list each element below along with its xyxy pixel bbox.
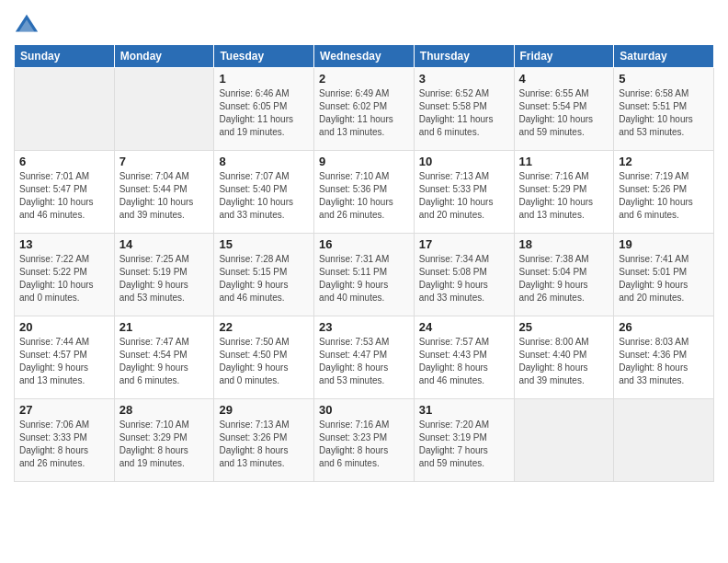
calendar-cell: 6Sunrise: 7:01 AM Sunset: 5:47 PM Daylig… [15,151,115,234]
calendar-cell [15,68,115,151]
day-info: Sunrise: 7:28 AM Sunset: 5:15 PM Dayligh… [219,253,309,304]
calendar-cell: 20Sunrise: 7:44 AM Sunset: 4:57 PM Dayli… [15,316,115,399]
day-number: 23 [319,320,409,334]
week-row-0: 1Sunrise: 6:46 AM Sunset: 6:05 PM Daylig… [15,68,714,151]
day-number: 13 [19,237,109,251]
page-header [14,9,714,39]
day-number: 17 [419,237,509,251]
day-number: 21 [119,320,210,334]
day-info: Sunrise: 7:25 AM Sunset: 5:19 PM Dayligh… [119,253,210,304]
calendar-cell: 18Sunrise: 7:38 AM Sunset: 5:04 PM Dayli… [514,234,614,316]
calendar-cell: 16Sunrise: 7:31 AM Sunset: 5:11 PM Dayli… [314,234,415,316]
day-number: 9 [319,155,409,168]
day-info: Sunrise: 6:46 AM Sunset: 6:05 PM Dayligh… [219,87,309,139]
calendar-cell: 14Sunrise: 7:25 AM Sunset: 5:19 PM Dayli… [114,234,214,316]
calendar-cell: 13Sunrise: 7:22 AM Sunset: 5:22 PM Dayli… [15,234,115,316]
day-info: Sunrise: 7:16 AM Sunset: 5:29 PM Dayligh… [519,170,609,222]
day-info: Sunrise: 7:31 AM Sunset: 5:11 PM Dayligh… [319,253,409,304]
day-number: 25 [519,320,609,334]
day-info: Sunrise: 7:41 AM Sunset: 5:01 PM Dayligh… [619,253,709,304]
calendar-body: 1Sunrise: 6:46 AM Sunset: 6:05 PM Daylig… [15,68,714,482]
day-info: Sunrise: 7:38 AM Sunset: 5:04 PM Dayligh… [519,253,609,304]
day-number: 2 [319,72,409,86]
day-info: Sunrise: 7:04 AM Sunset: 5:44 PM Dayligh… [119,170,210,222]
calendar-cell [614,399,714,482]
calendar-cell: 27Sunrise: 7:06 AM Sunset: 3:33 PM Dayli… [15,399,115,482]
day-number: 28 [119,403,210,417]
day-number: 16 [319,237,409,251]
calendar-cell: 15Sunrise: 7:28 AM Sunset: 5:15 PM Dayli… [214,234,314,316]
day-info: Sunrise: 7:16 AM Sunset: 3:23 PM Dayligh… [319,419,409,470]
day-info: Sunrise: 8:00 AM Sunset: 4:40 PM Dayligh… [519,336,609,387]
col-header-saturday: Saturday [614,45,714,68]
day-info: Sunrise: 7:06 AM Sunset: 3:33 PM Dayligh… [19,419,109,470]
calendar-table: SundayMondayTuesdayWednesdayThursdayFrid… [14,44,714,482]
calendar-cell: 3Sunrise: 6:52 AM Sunset: 5:58 PM Daylig… [414,68,514,151]
day-info: Sunrise: 7:07 AM Sunset: 5:40 PM Dayligh… [219,170,309,222]
day-info: Sunrise: 7:01 AM Sunset: 5:47 PM Dayligh… [19,170,109,222]
calendar-cell: 2Sunrise: 6:49 AM Sunset: 6:02 PM Daylig… [314,68,415,151]
calendar-cell: 21Sunrise: 7:47 AM Sunset: 4:54 PM Dayli… [114,316,214,399]
day-number: 30 [319,403,409,417]
header-row: SundayMondayTuesdayWednesdayThursdayFrid… [15,45,714,68]
day-info: Sunrise: 7:10 AM Sunset: 3:29 PM Dayligh… [119,419,210,470]
calendar-cell: 23Sunrise: 7:53 AM Sunset: 4:47 PM Dayli… [314,316,415,399]
day-number: 7 [119,155,210,168]
day-number: 4 [519,72,609,86]
calendar-cell: 11Sunrise: 7:16 AM Sunset: 5:29 PM Dayli… [514,151,614,234]
calendar-cell: 12Sunrise: 7:19 AM Sunset: 5:26 PM Dayli… [614,151,714,234]
calendar-cell: 22Sunrise: 7:50 AM Sunset: 4:50 PM Dayli… [214,316,314,399]
day-number: 14 [119,237,210,251]
calendar-cell: 1Sunrise: 6:46 AM Sunset: 6:05 PM Daylig… [214,68,314,151]
calendar-cell: 9Sunrise: 7:10 AM Sunset: 5:36 PM Daylig… [314,151,415,234]
day-info: Sunrise: 6:55 AM Sunset: 5:54 PM Dayligh… [519,87,609,139]
calendar-cell: 17Sunrise: 7:34 AM Sunset: 5:08 PM Dayli… [414,234,514,316]
day-info: Sunrise: 7:44 AM Sunset: 4:57 PM Dayligh… [19,336,109,387]
calendar-cell: 4Sunrise: 6:55 AM Sunset: 5:54 PM Daylig… [514,68,614,151]
calendar-cell: 29Sunrise: 7:13 AM Sunset: 3:26 PM Dayli… [214,399,314,482]
col-header-tuesday: Tuesday [214,45,314,68]
col-header-monday: Monday [114,45,214,68]
day-info: Sunrise: 7:57 AM Sunset: 4:43 PM Dayligh… [419,336,509,387]
calendar-cell: 5Sunrise: 6:58 AM Sunset: 5:51 PM Daylig… [614,68,714,151]
day-info: Sunrise: 7:50 AM Sunset: 4:50 PM Dayligh… [219,336,309,387]
day-info: Sunrise: 6:58 AM Sunset: 5:51 PM Dayligh… [619,87,709,139]
calendar-cell: 30Sunrise: 7:16 AM Sunset: 3:23 PM Dayli… [314,399,415,482]
day-number: 29 [219,403,309,417]
day-number: 15 [219,237,309,251]
day-info: Sunrise: 7:20 AM Sunset: 3:19 PM Dayligh… [419,419,509,470]
logo [14,13,43,39]
day-number: 18 [519,237,609,251]
day-number: 6 [19,155,109,168]
day-info: Sunrise: 6:52 AM Sunset: 5:58 PM Dayligh… [419,87,509,139]
calendar-cell: 26Sunrise: 8:03 AM Sunset: 4:36 PM Dayli… [614,316,714,399]
week-row-3: 20Sunrise: 7:44 AM Sunset: 4:57 PM Dayli… [15,316,714,399]
col-header-thursday: Thursday [414,45,514,68]
day-number: 5 [619,72,709,86]
day-number: 3 [419,72,509,86]
calendar-cell: 8Sunrise: 7:07 AM Sunset: 5:40 PM Daylig… [214,151,314,234]
day-info: Sunrise: 7:34 AM Sunset: 5:08 PM Dayligh… [419,253,509,304]
day-info: Sunrise: 8:03 AM Sunset: 4:36 PM Dayligh… [619,336,709,387]
day-number: 26 [619,320,709,334]
col-header-sunday: Sunday [15,45,115,68]
calendar-cell: 24Sunrise: 7:57 AM Sunset: 4:43 PM Dayli… [414,316,514,399]
day-info: Sunrise: 7:47 AM Sunset: 4:54 PM Dayligh… [119,336,210,387]
calendar-cell: 31Sunrise: 7:20 AM Sunset: 3:19 PM Dayli… [414,399,514,482]
day-number: 8 [219,155,309,168]
week-row-2: 13Sunrise: 7:22 AM Sunset: 5:22 PM Dayli… [15,234,714,316]
calendar-cell [514,399,614,482]
logo-icon [14,13,40,39]
col-header-friday: Friday [514,45,614,68]
day-number: 24 [419,320,509,334]
calendar-cell [114,68,214,151]
day-info: Sunrise: 7:10 AM Sunset: 5:36 PM Dayligh… [319,170,409,222]
col-header-wednesday: Wednesday [314,45,415,68]
day-number: 27 [19,403,109,417]
calendar-cell: 10Sunrise: 7:13 AM Sunset: 5:33 PM Dayli… [414,151,514,234]
day-number: 1 [219,72,309,86]
calendar-cell: 25Sunrise: 8:00 AM Sunset: 4:40 PM Dayli… [514,316,614,399]
calendar-cell: 7Sunrise: 7:04 AM Sunset: 5:44 PM Daylig… [114,151,214,234]
day-info: Sunrise: 7:13 AM Sunset: 5:33 PM Dayligh… [419,170,509,222]
day-number: 10 [419,155,509,168]
